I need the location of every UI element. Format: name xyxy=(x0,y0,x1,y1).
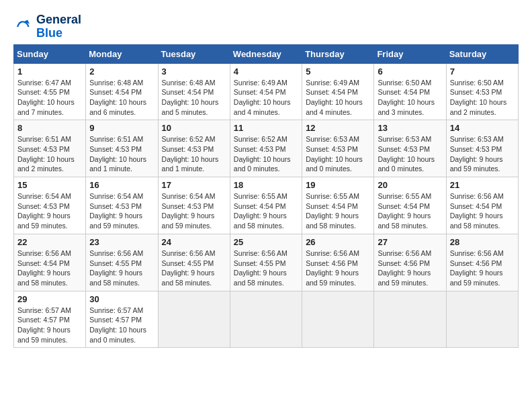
day-number: 9 xyxy=(89,123,154,133)
day-number: 22 xyxy=(17,237,82,247)
day-info: Sunrise: 6:57 AMSunset: 4:57 PMDaylight:… xyxy=(17,306,82,345)
svg-rect-0 xyxy=(13,17,34,37)
day-cell: 30 Sunrise: 6:57 AMSunset: 4:57 PMDaylig… xyxy=(86,291,158,348)
day-cell: 28 Sunrise: 6:56 AMSunset: 4:56 PMDaylig… xyxy=(446,234,518,291)
day-info: Sunrise: 6:55 AMSunset: 4:54 PMDaylight:… xyxy=(378,191,442,231)
day-cell: 29 Sunrise: 6:57 AMSunset: 4:57 PMDaylig… xyxy=(14,291,86,348)
day-number: 12 xyxy=(306,123,370,133)
day-info: Sunrise: 6:56 AMSunset: 4:54 PMDaylight:… xyxy=(450,191,515,231)
day-cell: 15 Sunrise: 6:54 AMSunset: 4:53 PMDaylig… xyxy=(14,177,86,234)
day-number: 26 xyxy=(306,237,370,247)
day-number: 30 xyxy=(89,294,154,304)
day-number: 13 xyxy=(378,123,442,133)
day-info: Sunrise: 6:54 AMSunset: 4:53 PMDaylight:… xyxy=(89,191,154,231)
day-number: 8 xyxy=(17,123,82,133)
day-info: Sunrise: 6:53 AMSunset: 4:53 PMDaylight:… xyxy=(450,134,515,174)
day-cell: 11 Sunrise: 6:52 AMSunset: 4:53 PMDaylig… xyxy=(230,120,302,177)
day-number: 15 xyxy=(17,180,82,190)
day-cell: 7 Sunrise: 6:50 AMSunset: 4:53 PMDayligh… xyxy=(446,63,518,120)
day-number: 1 xyxy=(17,66,82,77)
logo: General Blue xyxy=(13,13,81,40)
day-info: Sunrise: 6:53 AMSunset: 4:53 PMDaylight:… xyxy=(306,134,370,174)
day-number: 5 xyxy=(306,66,370,77)
day-cell: 25 Sunrise: 6:56 AMSunset: 4:55 PMDaylig… xyxy=(230,234,302,291)
day-info: Sunrise: 6:55 AMSunset: 4:54 PMDaylight:… xyxy=(306,191,370,231)
header: General Blue xyxy=(13,13,519,40)
day-cell: 23 Sunrise: 6:56 AMSunset: 4:55 PMDaylig… xyxy=(86,234,158,291)
day-info: Sunrise: 6:56 AMSunset: 4:56 PMDaylight:… xyxy=(306,248,370,288)
day-number: 21 xyxy=(450,180,515,190)
day-cell xyxy=(302,291,374,348)
day-cell: 27 Sunrise: 6:56 AMSunset: 4:56 PMDaylig… xyxy=(374,234,446,291)
week-row-3: 15 Sunrise: 6:54 AMSunset: 4:53 PMDaylig… xyxy=(14,177,519,234)
day-number: 18 xyxy=(234,180,298,190)
day-cell: 4 Sunrise: 6:49 AMSunset: 4:54 PMDayligh… xyxy=(230,63,302,120)
day-cell: 2 Sunrise: 6:48 AMSunset: 4:54 PMDayligh… xyxy=(86,63,158,120)
day-info: Sunrise: 6:48 AMSunset: 4:54 PMDaylight:… xyxy=(162,78,226,118)
day-number: 19 xyxy=(306,180,370,190)
logo-icon xyxy=(13,17,34,37)
day-cell: 26 Sunrise: 6:56 AMSunset: 4:56 PMDaylig… xyxy=(302,234,374,291)
day-info: Sunrise: 6:50 AMSunset: 4:53 PMDaylight:… xyxy=(450,78,515,118)
day-headers-row: SundayMondayTuesdayWednesdayThursdayFrid… xyxy=(14,44,519,63)
day-number: 25 xyxy=(234,237,298,247)
day-info: Sunrise: 6:53 AMSunset: 4:53 PMDaylight:… xyxy=(378,134,442,174)
day-cell: 17 Sunrise: 6:54 AMSunset: 4:53 PMDaylig… xyxy=(158,177,230,234)
day-header-saturday: Saturday xyxy=(446,44,518,63)
day-number: 14 xyxy=(450,123,515,133)
day-cell: 1 Sunrise: 6:47 AMSunset: 4:55 PMDayligh… xyxy=(14,63,86,120)
day-info: Sunrise: 6:47 AMSunset: 4:55 PMDaylight:… xyxy=(17,78,82,118)
day-info: Sunrise: 6:49 AMSunset: 4:54 PMDaylight:… xyxy=(306,78,370,118)
day-cell xyxy=(446,291,518,348)
day-info: Sunrise: 6:56 AMSunset: 4:55 PMDaylight:… xyxy=(89,248,154,288)
day-number: 2 xyxy=(89,66,154,77)
day-info: Sunrise: 6:54 AMSunset: 4:53 PMDaylight:… xyxy=(17,191,82,231)
day-number: 7 xyxy=(450,66,515,77)
day-cell: 6 Sunrise: 6:50 AMSunset: 4:54 PMDayligh… xyxy=(374,63,446,120)
day-header-friday: Friday xyxy=(374,44,446,63)
day-cell: 12 Sunrise: 6:53 AMSunset: 4:53 PMDaylig… xyxy=(302,120,374,177)
day-info: Sunrise: 6:56 AMSunset: 4:56 PMDaylight:… xyxy=(378,248,442,288)
day-number: 17 xyxy=(162,180,226,190)
day-cell: 8 Sunrise: 6:51 AMSunset: 4:53 PMDayligh… xyxy=(14,120,86,177)
week-row-2: 8 Sunrise: 6:51 AMSunset: 4:53 PMDayligh… xyxy=(14,120,519,177)
day-header-monday: Monday xyxy=(86,44,158,63)
week-row-5: 29 Sunrise: 6:57 AMSunset: 4:57 PMDaylig… xyxy=(14,291,519,348)
day-number: 4 xyxy=(234,66,298,77)
day-cell: 16 Sunrise: 6:54 AMSunset: 4:53 PMDaylig… xyxy=(86,177,158,234)
day-cell: 5 Sunrise: 6:49 AMSunset: 4:54 PMDayligh… xyxy=(302,63,374,120)
day-number: 11 xyxy=(234,123,298,133)
day-cell xyxy=(230,291,302,348)
day-info: Sunrise: 6:49 AMSunset: 4:54 PMDaylight:… xyxy=(234,78,298,118)
day-info: Sunrise: 6:56 AMSunset: 4:54 PMDaylight:… xyxy=(17,248,82,288)
day-cell: 14 Sunrise: 6:53 AMSunset: 4:53 PMDaylig… xyxy=(446,120,518,177)
day-cell: 21 Sunrise: 6:56 AMSunset: 4:54 PMDaylig… xyxy=(446,177,518,234)
day-header-sunday: Sunday xyxy=(14,44,86,63)
day-cell: 20 Sunrise: 6:55 AMSunset: 4:54 PMDaylig… xyxy=(374,177,446,234)
day-info: Sunrise: 6:50 AMSunset: 4:54 PMDaylight:… xyxy=(378,78,442,118)
day-info: Sunrise: 6:56 AMSunset: 4:56 PMDaylight:… xyxy=(450,248,515,288)
day-header-thursday: Thursday xyxy=(302,44,374,63)
day-info: Sunrise: 6:55 AMSunset: 4:54 PMDaylight:… xyxy=(234,191,298,231)
day-number: 20 xyxy=(378,180,442,190)
day-cell: 13 Sunrise: 6:53 AMSunset: 4:53 PMDaylig… xyxy=(374,120,446,177)
day-cell xyxy=(374,291,446,348)
day-number: 23 xyxy=(89,237,154,247)
day-number: 6 xyxy=(378,66,442,77)
day-number: 3 xyxy=(162,66,226,77)
day-cell: 9 Sunrise: 6:51 AMSunset: 4:53 PMDayligh… xyxy=(86,120,158,177)
day-info: Sunrise: 6:54 AMSunset: 4:53 PMDaylight:… xyxy=(162,191,226,231)
day-info: Sunrise: 6:52 AMSunset: 4:53 PMDaylight:… xyxy=(162,134,226,174)
day-number: 27 xyxy=(378,237,442,247)
day-number: 28 xyxy=(450,237,515,247)
day-cell: 18 Sunrise: 6:55 AMSunset: 4:54 PMDaylig… xyxy=(230,177,302,234)
logo-text: General Blue xyxy=(36,13,81,40)
day-info: Sunrise: 6:51 AMSunset: 4:53 PMDaylight:… xyxy=(89,134,154,174)
day-cell: 10 Sunrise: 6:52 AMSunset: 4:53 PMDaylig… xyxy=(158,120,230,177)
day-number: 29 xyxy=(17,294,82,304)
week-row-1: 1 Sunrise: 6:47 AMSunset: 4:55 PMDayligh… xyxy=(14,63,519,120)
day-cell: 24 Sunrise: 6:56 AMSunset: 4:55 PMDaylig… xyxy=(158,234,230,291)
day-number: 24 xyxy=(162,237,226,247)
day-cell: 19 Sunrise: 6:55 AMSunset: 4:54 PMDaylig… xyxy=(302,177,374,234)
day-info: Sunrise: 6:51 AMSunset: 4:53 PMDaylight:… xyxy=(17,134,82,174)
